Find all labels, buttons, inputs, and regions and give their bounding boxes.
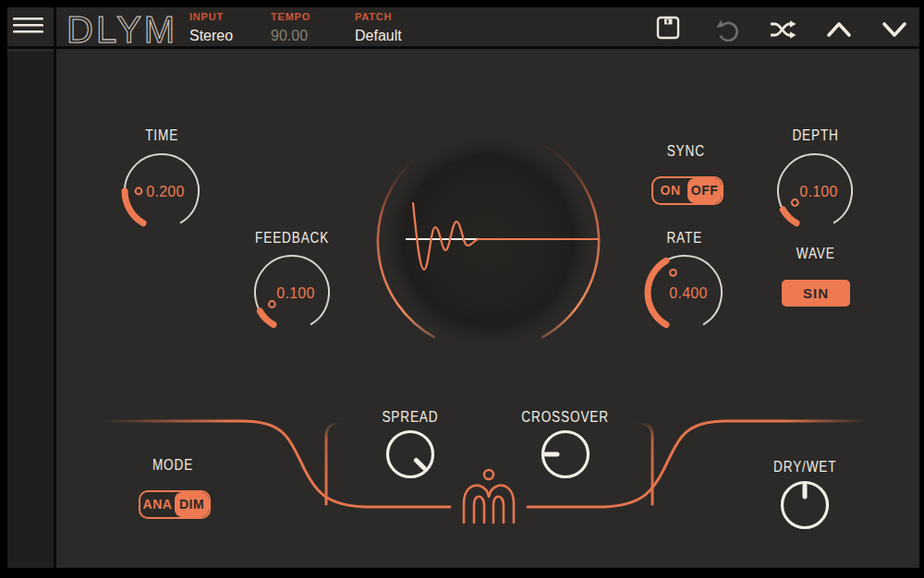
- mode-ana-option[interactable]: ANA: [140, 492, 175, 517]
- sync-toggle: ON OFF: [651, 176, 723, 205]
- input-field: INPUT Stereo: [189, 11, 233, 44]
- wave-select-button[interactable]: SIN: [782, 280, 850, 307]
- depth-label: DEPTH: [742, 127, 890, 144]
- feedback-knob[interactable]: 0.100: [248, 248, 336, 337]
- spread-label: SPREAD: [336, 409, 484, 426]
- tempo-field: TEMPO 90.00: [271, 11, 310, 44]
- sync-off-option[interactable]: OFF: [687, 178, 722, 203]
- app-logo: DLYM: [63, 9, 183, 50]
- imaginando-logo: [464, 470, 514, 523]
- next-patch-icon[interactable]: [881, 19, 907, 40]
- patch-value[interactable]: Default: [355, 28, 402, 44]
- svg-text:0.100: 0.100: [276, 285, 315, 301]
- waveform-display: [365, 118, 614, 360]
- plugin-window: DLYM INPUT Stereo TEMPO 90.00 PATCH Defa…: [7, 7, 919, 568]
- tempo-value[interactable]: 90.00: [271, 28, 310, 44]
- patch-label: PATCH: [355, 11, 402, 22]
- svg-text:0.200: 0.200: [146, 184, 185, 199]
- mode-toggle: ANA DIM: [139, 490, 211, 519]
- input-label: INPUT: [189, 11, 233, 22]
- save-icon[interactable]: [656, 16, 680, 41]
- time-label: TIME: [88, 127, 236, 144]
- randomize-icon[interactable]: [770, 18, 796, 42]
- time-knob[interactable]: 0.200: [117, 147, 206, 235]
- drywet-knob[interactable]: [777, 477, 833, 533]
- svg-text:0.100: 0.100: [799, 184, 838, 199]
- svg-text:DLYM: DLYM: [67, 9, 177, 50]
- feedback-label: FEEDBACK: [218, 230, 366, 247]
- rate-label: RATE: [611, 230, 759, 247]
- drywet-label: DRY/WET: [731, 459, 879, 476]
- mode-dim-option[interactable]: DIM: [175, 492, 209, 517]
- svg-text:0.400: 0.400: [669, 285, 708, 301]
- wave-label: WAVE: [742, 246, 890, 262]
- sidebar-divider: [54, 7, 56, 568]
- menu-hamburger-icon[interactable]: [12, 16, 47, 42]
- top-bar: DLYM INPUT Stereo TEMPO 90.00 PATCH Defa…: [7, 7, 919, 49]
- input-value[interactable]: Stereo: [189, 28, 233, 44]
- patch-field: PATCH Default: [355, 11, 402, 44]
- sidebar: [7, 52, 54, 568]
- sync-label: SYNC: [612, 143, 760, 160]
- spread-knob[interactable]: [383, 427, 438, 482]
- crossover-knob[interactable]: [538, 427, 593, 482]
- sync-on-option[interactable]: ON: [653, 178, 687, 203]
- mode-label: MODE: [99, 457, 247, 474]
- depth-knob[interactable]: 0.100: [771, 147, 859, 235]
- previous-patch-icon[interactable]: [826, 19, 852, 40]
- undo-icon[interactable]: [715, 18, 739, 42]
- crossover-label: CROSSOVER: [492, 409, 639, 426]
- rate-knob[interactable]: 0.400: [640, 248, 729, 337]
- tempo-label: TEMPO: [271, 11, 310, 22]
